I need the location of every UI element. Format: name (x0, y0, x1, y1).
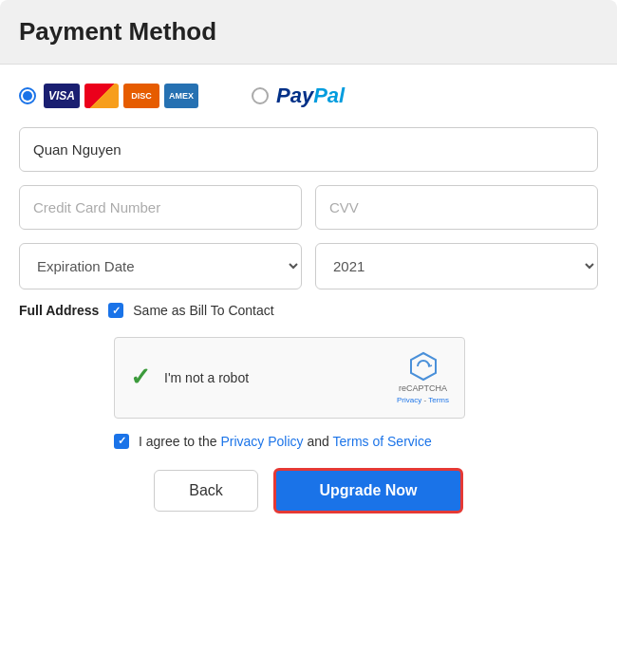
terms-agreement-row: I agree to the Privacy Policy and Terms … (114, 434, 598, 449)
recaptcha-links[interactable]: Privacy - Terms (397, 396, 449, 404)
cardholder-name-input[interactable]: Quan Nguyen (19, 127, 598, 172)
year-field: 2021 2022 2023 2024 2025 (315, 243, 598, 289)
paypal-logo-text: PayPal (276, 84, 345, 108)
recaptcha-terms-link[interactable]: Terms (428, 396, 449, 404)
expiration-field: Expiration Date JanFebMar AprMayJun JulA… (19, 243, 302, 289)
card-body: VISA DISC AMEX PayPal Quan Nguyen (0, 65, 617, 532)
paypal-radio-button[interactable] (252, 87, 269, 104)
button-row: Back Upgrade Now (19, 468, 598, 513)
recaptcha-right: reCAPTCHA Privacy - Terms (397, 351, 449, 404)
card-header: Payment Method (0, 0, 617, 65)
recaptcha-icon (408, 351, 439, 382)
card-radio-button[interactable] (19, 87, 36, 104)
name-field-row: Quan Nguyen (19, 127, 598, 172)
same-as-bill-label: Same as Bill To Contact (133, 303, 273, 318)
card-cvv-row (19, 185, 598, 230)
amex-logo: AMEX (164, 84, 198, 108)
recaptcha-checkmark: ✓ (130, 363, 151, 392)
terms-checkbox[interactable] (114, 434, 129, 449)
recaptcha-label: I'm not a robot (164, 370, 249, 385)
recaptcha-box[interactable]: ✓ I'm not a robot reCAPTCHA Privacy - Te… (114, 337, 465, 419)
card-number-field (19, 185, 302, 230)
card-payment-option[interactable]: VISA DISC AMEX (19, 84, 198, 108)
recaptcha-privacy-link[interactable]: Privacy (397, 396, 421, 404)
same-as-bill-checkbox[interactable] (108, 303, 123, 318)
privacy-policy-link[interactable]: Privacy Policy (220, 434, 303, 449)
cvv-field (315, 185, 598, 230)
cvv-input[interactable] (315, 185, 598, 230)
back-button[interactable]: Back (154, 470, 258, 512)
terms-of-service-link[interactable]: Terms of Service (332, 434, 431, 449)
expiration-select[interactable]: Expiration Date JanFebMar AprMayJun JulA… (19, 243, 302, 289)
visa-logo: VISA (44, 84, 80, 108)
expiration-row: Expiration Date JanFebMar AprMayJun JulA… (19, 243, 598, 289)
card-number-input[interactable] (19, 185, 302, 230)
mastercard-logo (84, 84, 119, 108)
payment-method-card: Payment Method VISA DISC AMEX PayPal (0, 0, 617, 532)
discover-logo: DISC (123, 84, 159, 108)
recaptcha-brand-text: reCAPTCHA (399, 383, 447, 394)
payment-type-row: VISA DISC AMEX PayPal (19, 84, 598, 108)
card-logos: VISA DISC AMEX (44, 84, 198, 108)
recaptcha-left: ✓ I'm not a robot (130, 363, 249, 392)
terms-text: I agree to the Privacy Policy and Terms … (139, 434, 432, 449)
address-row: Full Address Same as Bill To Contact (19, 303, 598, 318)
year-select[interactable]: 2021 2022 2023 2024 2025 (315, 243, 598, 289)
upgrade-now-button[interactable]: Upgrade Now (273, 468, 463, 513)
paypal-payment-option[interactable]: PayPal (252, 84, 345, 108)
page-title: Payment Method (19, 17, 598, 47)
address-label: Full Address (19, 303, 99, 318)
